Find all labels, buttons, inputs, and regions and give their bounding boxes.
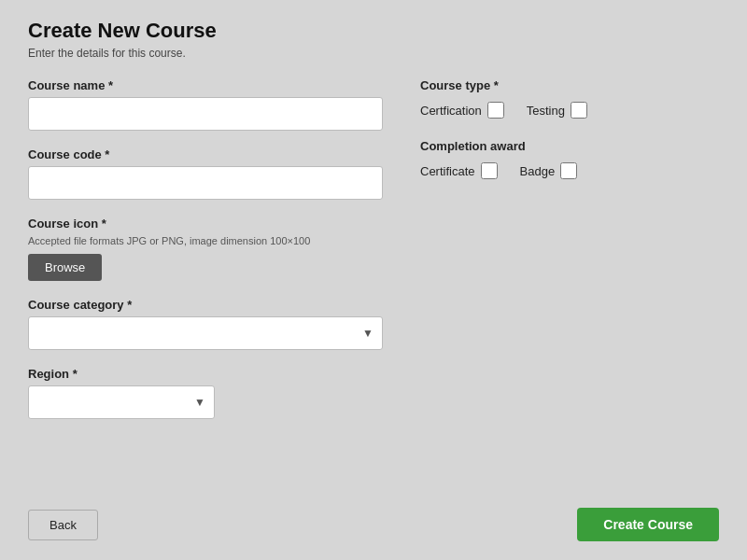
completion-award-label: Completion award <box>420 139 719 153</box>
certification-label: Certfication <box>420 104 482 118</box>
browse-button[interactable]: Browse <box>28 254 102 281</box>
page-container: Create New Course Enter the details for … <box>0 0 747 560</box>
course-code-label: Course code * <box>28 147 383 161</box>
right-column: Course type * Certfication Testing Compl… <box>420 78 719 436</box>
course-icon-group: Course icon * Accepted file formats JPG … <box>28 217 383 281</box>
back-button[interactable]: Back <box>28 510 98 540</box>
badge-checkbox-item[interactable]: Badge <box>520 162 578 179</box>
course-code-input[interactable] <box>28 166 383 200</box>
form-layout: Course name * Course code * Course icon … <box>28 78 719 436</box>
course-type-group: Course type * Certfication Testing <box>420 78 719 119</box>
course-category-select[interactable] <box>28 316 383 350</box>
create-course-button[interactable]: Create Course <box>577 508 719 541</box>
certification-checkbox-item[interactable]: Certfication <box>420 102 504 119</box>
certification-checkbox[interactable] <box>487 102 504 119</box>
course-type-checkboxes: Certfication Testing <box>420 102 719 119</box>
left-column: Course name * Course code * Course icon … <box>28 78 383 436</box>
course-category-label: Course category * <box>28 298 383 312</box>
page-subtitle: Enter the details for this course. <box>28 47 719 60</box>
completion-award-group: Completion award Certificate Badge <box>420 139 719 179</box>
testing-label: Testing <box>527 104 565 118</box>
region-label: Region * <box>28 367 383 381</box>
testing-checkbox[interactable] <box>571 102 587 119</box>
course-type-label: Course type * <box>420 78 719 92</box>
certificate-label: Certificate <box>420 164 475 178</box>
course-icon-label: Course icon * <box>28 217 383 231</box>
badge-checkbox[interactable] <box>560 162 577 179</box>
course-icon-hint: Accepted file formats JPG or PNG, image … <box>28 235 383 246</box>
completion-award-checkboxes: Certificate Badge <box>420 162 719 179</box>
badge-label: Badge <box>520 164 556 178</box>
testing-checkbox-item[interactable]: Testing <box>527 102 587 119</box>
course-name-label: Course name * <box>28 78 383 92</box>
certificate-checkbox[interactable] <box>481 162 498 179</box>
region-select[interactable] <box>28 385 215 419</box>
course-name-group: Course name * <box>28 78 383 131</box>
region-select-wrapper: ▼ <box>28 385 215 419</box>
certificate-checkbox-item[interactable]: Certificate <box>420 162 498 179</box>
region-group: Region * ▼ <box>28 367 383 419</box>
course-code-group: Course code * <box>28 147 383 200</box>
page-title: Create New Course <box>28 19 719 43</box>
course-name-input[interactable] <box>28 97 383 131</box>
course-category-select-wrapper: ▼ <box>28 316 383 350</box>
course-category-group: Course category * ▼ <box>28 298 383 350</box>
footer: Back Create Course <box>28 508 719 541</box>
